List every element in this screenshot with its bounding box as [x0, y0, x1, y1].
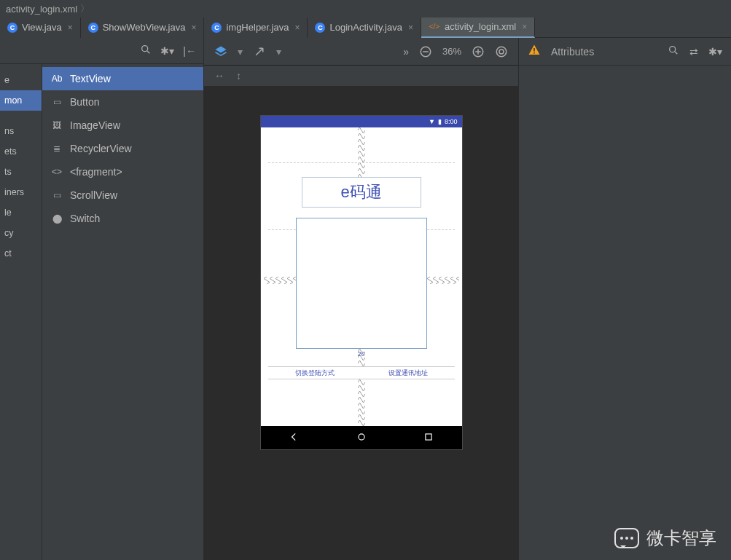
gear-icon[interactable]: ✱▾	[708, 46, 722, 58]
expand-icon[interactable]: |←	[183, 45, 196, 57]
cat-item[interactable]: le	[0, 202, 42, 223]
close-icon[interactable]: ×	[522, 22, 527, 32]
close-icon[interactable]: ×	[294, 23, 300, 33]
xml-icon: </>	[429, 22, 440, 32]
java-icon: C	[88, 23, 98, 33]
widget-fragment[interactable]: <> <fragment>	[42, 160, 203, 184]
more-icon[interactable]: »	[403, 46, 409, 58]
svg-point-0	[142, 46, 148, 52]
fragment-icon: <>	[51, 166, 63, 178]
widget-imageview[interactable]: 🖼 ImageView	[42, 114, 203, 137]
zoom-out-icon[interactable]	[419, 45, 432, 58]
tab-loginactivity-java[interactable]: C LoginActivity.java ×	[308, 17, 421, 38]
guideline	[268, 162, 455, 163]
pan-vertical-icon[interactable]: ↕	[236, 70, 241, 82]
back-icon[interactable]	[289, 432, 300, 444]
canvas-sec-toolbar: ↔ ↕	[204, 66, 518, 86]
warning-icon[interactable]	[528, 44, 541, 59]
recyclerview-icon: ≣	[51, 143, 63, 154]
status-time: 8:00	[445, 118, 458, 125]
cat-item[interactable]: cy	[0, 223, 42, 243]
widget-label: ImageView	[70, 119, 120, 131]
search-icon[interactable]	[668, 44, 679, 58]
tab-label: View.java	[22, 22, 62, 33]
close-icon[interactable]: ×	[408, 23, 413, 33]
wifi-icon: ▼	[429, 118, 435, 125]
java-icon: C	[211, 23, 222, 33]
overview-icon[interactable]	[423, 432, 434, 444]
close-icon[interactable]: ×	[191, 23, 196, 33]
attributes-panel: Attributes ⇄ ✱▾	[518, 38, 731, 560]
constraint-spring-icon	[358, 127, 365, 177]
constraint-spring-icon	[427, 277, 459, 284]
cat-item[interactable]: ct	[0, 243, 42, 264]
textview-icon: Ab	[51, 73, 63, 84]
cat-item[interactable]: ns	[0, 121, 42, 141]
chevron-right-icon: 〉	[80, 2, 90, 15]
cat-item[interactable]: ets	[0, 141, 42, 162]
android-navbar	[261, 426, 462, 449]
tab-label: activity_login.xml	[445, 21, 516, 32]
preview-title-text: e码通	[340, 181, 381, 203]
tab-showwebview-java[interactable]: C ShowWebView.java ×	[81, 17, 205, 38]
svg-point-7	[496, 47, 507, 57]
svg-line-14	[675, 52, 677, 54]
cat-item[interactable]: iners	[0, 182, 42, 202]
java-icon: C	[7, 23, 17, 33]
widget-label: RecyclerView	[70, 143, 132, 154]
fit-icon[interactable]	[495, 45, 508, 58]
widget-scrollview[interactable]: ▭ ScrollView	[42, 184, 203, 207]
device-preview[interactable]: ▼ ▮ 8:00 🎓 版本号:V1.0 e码通	[260, 115, 463, 450]
preview-title[interactable]: e码通	[302, 177, 421, 208]
zoom-level[interactable]: 36%	[442, 46, 461, 57]
constraint-spring-icon	[358, 379, 365, 426]
widget-textview[interactable]: Ab TextView	[42, 67, 203, 90]
tab-label: LoginActivity.java	[329, 22, 402, 33]
layers-icon[interactable]	[214, 45, 227, 58]
tab-label: ShowWebView.java	[103, 22, 186, 33]
breadcrumb-file[interactable]: activity_login.xml	[6, 4, 77, 15]
cat-item[interactable]: e	[0, 70, 42, 90]
preview-link-address[interactable]: 设置通讯地址	[361, 367, 455, 379]
watermark: 微卡智享	[614, 527, 716, 550]
widget-label: <fragment>	[70, 166, 122, 178]
status-bar: ▼ ▮ 8:00	[261, 116, 462, 127]
widget-recyclerview[interactable]: ≣ RecyclerView	[42, 137, 203, 160]
attributes-toolbar: Attributes ⇄ ✱▾	[519, 38, 731, 66]
editor-tabs: C View.java × C ShowWebView.java × C img…	[0, 17, 731, 38]
chat-icon	[614, 528, 639, 548]
widget-button[interactable]: ▭ Button	[42, 90, 203, 114]
cat-item[interactable]: ts	[0, 162, 42, 182]
preview-container[interactable]	[296, 218, 427, 349]
gear-icon[interactable]: ✱▾	[160, 45, 174, 57]
constraint-spring-icon	[358, 349, 365, 366]
svg-line-1	[147, 51, 149, 53]
orientation-icon[interactable]	[253, 45, 266, 58]
palette-widgets: Ab TextView ▭ Button 🖼 ImageView ≣ Recyc…	[42, 64, 203, 560]
cat-item-common[interactable]: mon	[0, 90, 42, 111]
pan-horizontal-icon[interactable]: ↔	[214, 70, 224, 82]
imageview-icon: 🖼	[51, 119, 63, 131]
tab-activity-login-xml[interactable]: </> activity_login.xml ×	[421, 17, 535, 38]
cat-item[interactable]	[0, 111, 42, 121]
canvas-toolbar: ▾ ▾ » 36%	[204, 38, 518, 66]
svg-point-9	[358, 433, 364, 439]
svg-point-8	[499, 50, 504, 54]
widget-label: Switch	[70, 213, 100, 224]
swap-icon[interactable]: ⇄	[689, 46, 698, 58]
home-icon[interactable]	[356, 432, 367, 444]
widget-switch[interactable]: ⬤ Switch	[42, 207, 203, 230]
svg-rect-11	[533, 48, 535, 52]
svg-point-13	[670, 47, 676, 52]
svg-rect-10	[425, 433, 431, 439]
close-icon[interactable]: ×	[68, 23, 73, 33]
search-icon[interactable]	[140, 44, 152, 58]
tab-imghelper-java[interactable]: C imgHelper.java ×	[204, 17, 308, 38]
zoom-in-icon[interactable]	[472, 45, 485, 58]
attributes-title: Attributes	[551, 46, 657, 58]
tab-view-java[interactable]: C View.java ×	[0, 17, 81, 38]
preview-link-switch[interactable]: 切换登陆方式	[268, 367, 361, 379]
design-canvas: ▾ ▾ » 36% ↔ ↕ ▼	[204, 38, 518, 560]
tab-label: imgHelper.java	[226, 22, 289, 33]
scrollview-icon: ▭	[51, 189, 63, 201]
